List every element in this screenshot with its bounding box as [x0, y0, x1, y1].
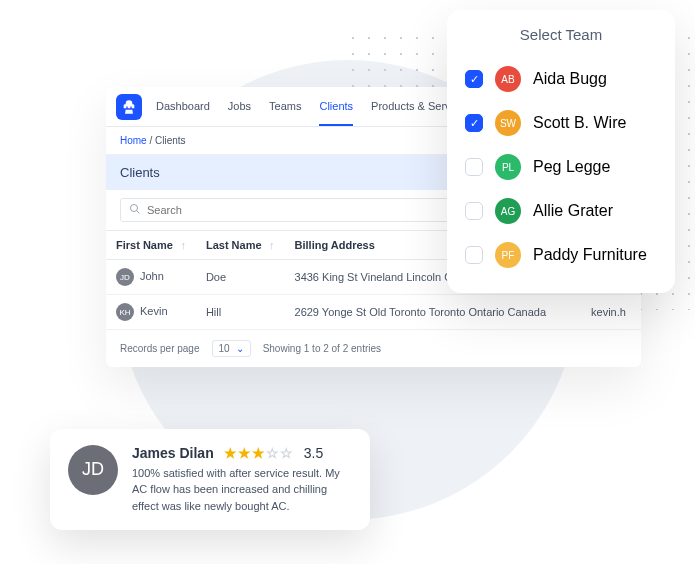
team-row[interactable]: ✓SWScott B. Wire	[465, 101, 657, 145]
review-card: JD James Dilan ★★★☆☆ 3.5 100% satisfied …	[50, 429, 370, 531]
checkbox[interactable]	[465, 158, 483, 176]
cell-last: Doe	[196, 260, 285, 295]
chevron-down-icon: ⌄	[236, 343, 244, 354]
sort-icon: ↑	[180, 239, 186, 251]
col-label: Billing Address	[295, 239, 375, 251]
page-size-value: 10	[219, 343, 230, 354]
member-name: Peg Legge	[533, 158, 610, 176]
svg-point-0	[131, 205, 138, 212]
avatar: AG	[495, 198, 521, 224]
avatar: JD	[68, 445, 118, 495]
reviewer-name: James Dilan	[132, 445, 214, 461]
col-last-name[interactable]: Last Name↑	[196, 231, 285, 260]
col-label: Last Name	[206, 239, 262, 251]
team-row[interactable]: PLPeg Legge	[465, 145, 657, 189]
star-rating: ★★★☆☆	[224, 445, 294, 461]
member-name: Paddy Furniture	[533, 246, 647, 264]
avatar: KH	[116, 303, 134, 321]
member-name: Aida Bugg	[533, 70, 607, 88]
member-name: Allie Grater	[533, 202, 613, 220]
pager-label: Records per page	[120, 343, 200, 354]
review-header: James Dilan ★★★☆☆ 3.5	[132, 445, 352, 461]
cell-addr: 2629 Yonge St Old Toronto Toronto Ontari…	[285, 295, 582, 330]
nav: Dashboard Jobs Teams Clients Products & …	[156, 88, 470, 125]
avatar: PF	[495, 242, 521, 268]
team-row[interactable]: AGAllie Grater	[465, 189, 657, 233]
page-size-select[interactable]: 10 ⌄	[212, 340, 251, 357]
avatar: SW	[495, 110, 521, 136]
cell-last: Hill	[196, 295, 285, 330]
select-team-panel: Select Team ✓ABAida Bugg✓SWScott B. Wire…	[447, 10, 675, 293]
cell-email: kevin.h	[581, 295, 641, 330]
cell-first: John	[140, 270, 164, 282]
checkbox[interactable]	[465, 202, 483, 220]
breadcrumb-home[interactable]: Home	[120, 135, 147, 146]
nav-jobs[interactable]: Jobs	[228, 88, 251, 125]
search-icon	[129, 203, 141, 217]
cell-first: Kevin	[140, 305, 168, 317]
sort-icon: ↑	[269, 239, 275, 251]
breadcrumb-sep: /	[149, 135, 152, 146]
logo-icon	[116, 94, 142, 120]
checkbox[interactable]: ✓	[465, 114, 483, 132]
checkbox[interactable]	[465, 246, 483, 264]
pager: Records per page 10 ⌄ Showing 1 to 2 of …	[106, 330, 641, 367]
member-name: Scott B. Wire	[533, 114, 626, 132]
avatar: AB	[495, 66, 521, 92]
team-panel-title: Select Team	[465, 26, 657, 43]
nav-clients[interactable]: Clients	[319, 88, 353, 126]
col-label: First Name	[116, 239, 173, 251]
breadcrumb-current: Clients	[155, 135, 186, 146]
table-row[interactable]: KHKevinHill2629 Yonge St Old Toronto Tor…	[106, 295, 641, 330]
pager-summary: Showing 1 to 2 of 2 entries	[263, 343, 381, 354]
col-first-name[interactable]: First Name↑	[106, 231, 196, 260]
checkbox[interactable]: ✓	[465, 70, 483, 88]
team-row[interactable]: PFPaddy Furniture	[465, 233, 657, 277]
search-input-wrap[interactable]	[120, 198, 481, 222]
nav-dashboard[interactable]: Dashboard	[156, 88, 210, 125]
review-text: 100% satisfied with after service result…	[132, 465, 352, 515]
rating-value: 3.5	[304, 445, 323, 461]
avatar: PL	[495, 154, 521, 180]
nav-teams[interactable]: Teams	[269, 88, 301, 125]
team-row[interactable]: ✓ABAida Bugg	[465, 57, 657, 101]
avatar: JD	[116, 268, 134, 286]
search-input[interactable]	[147, 204, 472, 216]
